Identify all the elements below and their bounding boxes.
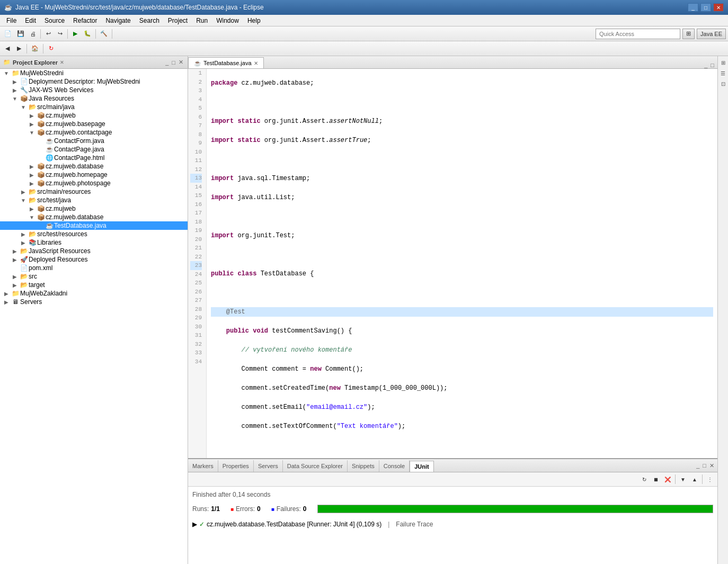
tree-label: Java Resources (29, 95, 188, 102)
open-perspective-button[interactable]: ⊞ (682, 29, 695, 39)
tree-item-javares[interactable]: ▼ 📦 Java Resources (0, 94, 188, 103)
close-panel-button[interactable]: ✕ (177, 59, 184, 66)
print-button[interactable]: 🖨 (28, 28, 38, 40)
tree-item-srcmainjava[interactable]: ▼ 📂 src/main/java (0, 103, 188, 111)
junit-test-item[interactable]: ▶ ✓ cz.mujweb.database.TestDatabase [Run… (192, 520, 713, 529)
junit-failures-only[interactable]: ❌ (662, 473, 673, 485)
junit-prev-button[interactable]: ▲ (689, 473, 700, 485)
maximize-panel-button[interactable]: □ (171, 59, 176, 66)
quick-access-input[interactable] (596, 29, 680, 39)
tree-item-pom[interactable]: 📄 pom.xml (0, 264, 188, 272)
tree-item-contactpage[interactable]: ▼ 📦 cz.mujweb.contactpage (0, 128, 188, 137)
code-line: Comment comment = new Comment(); (211, 364, 713, 374)
tab-console[interactable]: Console (379, 460, 410, 472)
test-icon: ✓ (199, 521, 205, 528)
code-line (211, 250, 713, 259)
pkg-icon: 📦 (36, 112, 46, 119)
tree-item-mujwebstredni[interactable]: ▼ 📁 MujWebStredni (0, 69, 188, 77)
separator-5 (26, 44, 27, 53)
tree-item-deployed[interactable]: ▶ 🚀 Deployed Resources (0, 255, 188, 264)
menu-refactor[interactable]: Refactor (69, 16, 101, 25)
minimize-button[interactable]: _ (688, 3, 698, 12)
project-tree[interactable]: ▼ 📁 MujWebStredni ▶ 📄 Deployment Descrip… (0, 69, 188, 564)
maximize-editor-button[interactable]: □ (709, 62, 715, 68)
junit-rerun-button[interactable]: ↻ (639, 473, 650, 485)
bottom-panel: Markers Properties Servers Data Source E… (188, 458, 717, 564)
close-tab-icon[interactable]: ✕ (254, 60, 258, 66)
junit-stop-button[interactable]: ⏹ (651, 473, 661, 485)
tree-item-jaxws[interactable]: ▶ 🔧 JAX-WS Web Services (0, 86, 188, 94)
minimize-editor-button[interactable]: _ (703, 62, 708, 68)
junit-item-label: cz.mujweb.database.TestDatabase [Runner:… (207, 521, 381, 528)
tree-item-srcmainres[interactable]: ▶ 📂 src/main/resources (0, 187, 188, 196)
mini-btn-2[interactable]: ☰ (719, 69, 727, 77)
mini-btn-3[interactable]: ⊡ (719, 79, 727, 88)
tree-item-target[interactable]: ▶ 📂 target (0, 281, 188, 289)
tree-item-czmujweb[interactable]: ▶ 📦 cz.mujweb (0, 111, 188, 120)
redo-button[interactable]: ↪ (55, 28, 65, 40)
close-bottom-button[interactable]: ✕ (708, 462, 715, 469)
back-button[interactable]: ◀ (2, 43, 13, 55)
maximize-button[interactable]: □ (700, 3, 711, 12)
runs-value: 1/1 (211, 505, 220, 513)
tree-item-srctestjava[interactable]: ▼ 📂 src/test/java (0, 196, 188, 204)
tree-item-mujwebzakladni[interactable]: ▶ 📁 MujWebZakladni (0, 289, 188, 298)
junit-next-button[interactable]: ▼ (678, 473, 688, 485)
code-content[interactable]: package cz.mujweb.database; import stati… (207, 69, 717, 458)
tab-datasource[interactable]: Data Source Explorer (283, 460, 348, 472)
code-line: // vytvoření nového komentáře (211, 345, 713, 355)
tree-item-czmujweb2[interactable]: ▶ 📦 cz.mujweb (0, 204, 188, 213)
minimize-bottom-button[interactable]: _ (695, 462, 700, 469)
menu-help[interactable]: Help (243, 16, 265, 25)
debug-button[interactable]: 🐛 (82, 28, 93, 40)
run-button[interactable]: ▶ (70, 28, 81, 40)
tree-item-contactpagehtml[interactable]: 🌐 ContactPage.html (0, 154, 188, 162)
tree-item-homepage[interactable]: ▶ 📦 cz.mujweb.homepage (0, 171, 188, 179)
maximize-bottom-button[interactable]: □ (702, 462, 707, 469)
junit-tree: ▶ ✓ cz.mujweb.database.TestDatabase [Run… (192, 520, 713, 529)
menu-search[interactable]: Search (135, 16, 164, 25)
menu-navigate[interactable]: Navigate (101, 16, 135, 25)
menu-source[interactable]: Source (40, 16, 69, 25)
tree-item-testdatabase[interactable]: ☕ TestDatabase.java (0, 221, 188, 230)
tab-junit[interactable]: JUnit (410, 461, 434, 472)
tree-item-database[interactable]: ▶ 📦 cz.mujweb.database (0, 162, 188, 171)
tree-item-czmujwebdb2[interactable]: ▼ 📦 cz.mujweb.database (0, 213, 188, 221)
tree-item-contactform[interactable]: ☕ ContactForm.java (0, 137, 188, 145)
tree-item-photospage[interactable]: ▶ 📦 cz.mujweb.photospage (0, 179, 188, 187)
tree-item-jsresources[interactable]: ▶ 📂 JavaScript Resources (0, 247, 188, 255)
save-button[interactable]: 💾 (15, 28, 26, 40)
build-button[interactable]: 🔨 (98, 28, 110, 40)
home-button[interactable]: 🏠 (29, 43, 41, 55)
java-ee-perspective[interactable]: Java EE (697, 29, 726, 39)
minimize-panel-button[interactable]: _ (164, 59, 170, 66)
refresh-button[interactable]: ↻ (46, 43, 56, 55)
editor-tab-testdatabase[interactable]: ☕ TestDatabase.java ✕ (188, 57, 264, 69)
tree-item-servers[interactable]: ▶ 🖥 Servers (0, 298, 188, 306)
expand-arrow: ▼ (28, 214, 36, 220)
tree-item-srctestres[interactable]: ▶ 📂 src/test/resources (0, 230, 188, 238)
junit-more-button[interactable]: ⋮ (705, 473, 715, 485)
new-button[interactable]: 📄 (2, 28, 14, 40)
menu-window[interactable]: Window (212, 16, 243, 25)
tab-snippets[interactable]: Snippets (348, 460, 379, 472)
menu-file[interactable]: File (2, 16, 21, 25)
code-line: package cz.mujweb.database; (211, 78, 713, 88)
tab-properties[interactable]: Properties (218, 460, 254, 472)
close-button[interactable]: ✕ (713, 3, 724, 12)
mini-btn-1[interactable]: ⊞ (719, 58, 727, 67)
code-editor[interactable]: 12345 678910 1112131415 1617181920 21222… (188, 69, 717, 458)
menu-run[interactable]: Run (192, 16, 212, 25)
tree-item-basepage[interactable]: ▶ 📦 cz.mujweb.basepage (0, 120, 188, 128)
tree-item-src[interactable]: ▶ 📂 src (0, 272, 188, 281)
forward-button[interactable]: ▶ (14, 43, 24, 55)
tree-item-contactpagejava[interactable]: ☕ ContactPage.java (0, 145, 188, 154)
menu-edit[interactable]: Edit (21, 16, 40, 25)
tree-item-deployment[interactable]: ▶ 📄 Deployment Descriptor: MujWebStredni (0, 77, 188, 86)
undo-button[interactable]: ↩ (43, 28, 54, 40)
tab-servers[interactable]: Servers (254, 460, 283, 472)
expand-arrow: ▶ (28, 181, 36, 186)
menu-project[interactable]: Project (164, 16, 192, 25)
tree-item-libraries[interactable]: ▶ 📚 Libraries (0, 238, 188, 247)
tab-markers[interactable]: Markers (188, 460, 218, 472)
